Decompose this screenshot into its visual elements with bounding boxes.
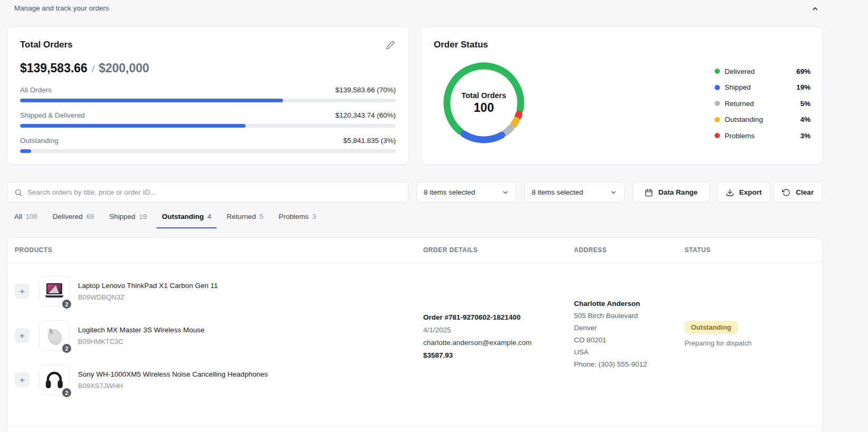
- search-icon: [14, 188, 23, 197]
- bar-label: Shipped & Delivered: [20, 111, 85, 119]
- legend-row-outstanding: Outstanding 4%: [715, 114, 811, 125]
- progress-outstanding: Outstanding $5,841.835 (3%): [20, 137, 396, 153]
- bar-label: Outstanding: [20, 137, 58, 145]
- order-date: 4/1/2025: [423, 326, 574, 334]
- rotate-ccw-icon: [782, 188, 791, 197]
- legend-percent: 69%: [796, 68, 811, 75]
- expand-product-button[interactable]: +: [15, 328, 30, 343]
- order-search: [7, 182, 408, 203]
- tab-label: Problems: [279, 213, 309, 220]
- tab-shipped[interactable]: Shipped 19: [104, 213, 152, 228]
- address-name: Charlotte Anderson: [574, 297, 685, 310]
- total-orders-card: Total Orders $139,583.66 / $200,000 All …: [7, 26, 409, 165]
- tab-all[interactable]: All 100: [9, 213, 43, 228]
- tab-label: Outstanding: [162, 213, 204, 220]
- expand-product-button[interactable]: +: [15, 372, 30, 387]
- pencil-icon: [386, 41, 395, 50]
- status-note: Preparing for dispatch: [685, 339, 822, 347]
- order-status-donut: [438, 57, 529, 148]
- table-header-row: PRODUCTS ORDER DETAILS ADDRESS STATUS: [7, 238, 822, 263]
- product-title: Logitech MX Master 3S Wireless Mouse: [78, 326, 204, 334]
- progress-bars: All Orders $139,583.66 (70%) Shipped & D…: [20, 86, 396, 153]
- address-state-zip: CO 80201: [574, 334, 685, 346]
- chevron-down-icon: [502, 189, 509, 196]
- collapse-panel-button[interactable]: [808, 2, 821, 15]
- clear-label: Clear: [796, 188, 814, 196]
- search-input[interactable]: [27, 188, 401, 196]
- tab-count: 19: [139, 213, 147, 220]
- product-item-laptop: + 2: [15, 269, 423, 313]
- product-item-mouse: + 2 Logitech MX Master 3S Wireless Mouse…: [15, 313, 423, 358]
- chevron-up-icon: [811, 5, 819, 13]
- legend-label: Shipped: [725, 83, 796, 91]
- legend-row-returned: Returned 5%: [715, 98, 811, 109]
- order-id: Order #781-9270602-1821400: [423, 313, 574, 321]
- product-image-headphones: 2: [39, 364, 70, 395]
- progress-fill: [20, 149, 31, 153]
- donut-segment-delivered: [447, 66, 521, 131]
- export-button[interactable]: Export: [717, 182, 771, 203]
- address-line1: 505 Birch Boulevard: [574, 310, 685, 322]
- tab-returned[interactable]: Returned 5: [221, 213, 269, 228]
- status-tabs: All 100 Delivered 69 Shipped 19 Outstand…: [9, 213, 321, 228]
- total-amount-current: $139,583.66: [20, 61, 87, 75]
- donut-segment-returned: [505, 128, 511, 133]
- bar-value: $120,343.74 (60%): [335, 111, 396, 119]
- tab-label: Delivered: [53, 213, 83, 220]
- orders-table: PRODUCTS ORDER DETAILS ADDRESS STATUS +: [7, 237, 823, 432]
- donut-segment-problems: [518, 114, 519, 117]
- filter-select-2-value: 8 items selected: [532, 188, 583, 196]
- tab-delivered[interactable]: Delivered 69: [47, 213, 100, 228]
- progress-track: [20, 124, 396, 128]
- product-image-laptop: 2: [39, 276, 70, 306]
- donut-segment-shipped: [464, 134, 502, 140]
- order-details-cell: Order #781-9270602-1821400 4/1/2025 char…: [423, 263, 574, 426]
- expand-product-button[interactable]: +: [15, 284, 30, 299]
- product-item-headphones: + 2 Sony WH-1000XM5 Wireless Noise Cance…: [15, 358, 423, 402]
- address-country: USA: [574, 346, 685, 358]
- status-cell: Outstanding Preparing for dispatch: [685, 263, 822, 426]
- orders-page: Manage and track your orders Total Order…: [0, 0, 868, 432]
- edit-target-button[interactable]: [385, 40, 396, 51]
- legend-dot-returned: [715, 101, 720, 106]
- clear-button[interactable]: Clear: [773, 182, 823, 203]
- tab-label: All: [14, 213, 22, 220]
- table-row: + 2: [7, 263, 822, 427]
- progress-track: [20, 149, 396, 153]
- legend-dot-delivered: [715, 69, 720, 74]
- tab-count: 69: [86, 213, 94, 220]
- order-email: charlotte.anderson@example.com: [423, 339, 574, 347]
- progress-shipped-delivered: Shipped & Delivered $120,343.74 (60%): [20, 111, 396, 128]
- legend-percent: 4%: [800, 116, 811, 123]
- product-title: Sony WH-1000XM5 Wireless Noise Cancellin…: [78, 370, 268, 378]
- tab-outstanding[interactable]: Outstanding 4: [157, 213, 217, 228]
- tab-count: 5: [260, 213, 264, 220]
- order-status-donut-chart: Total Orders 100: [438, 57, 529, 148]
- amount-separator: /: [92, 63, 94, 75]
- legend-row-delivered: Delivered 69%: [715, 66, 811, 76]
- column-header-status: STATUS: [685, 246, 822, 254]
- donut-segment-outstanding: [513, 120, 516, 124]
- date-range-button[interactable]: Data Range: [632, 182, 710, 203]
- tab-problems[interactable]: Problems 3: [274, 213, 321, 228]
- tab-count: 3: [313, 213, 316, 220]
- progress-fill: [20, 124, 246, 128]
- column-header-order-details: ORDER DETAILS: [423, 246, 574, 254]
- legend-row-shipped: Shipped 19%: [715, 82, 811, 93]
- legend-label: Returned: [725, 100, 800, 108]
- address-city: Denver: [574, 322, 685, 334]
- order-status-legend: Delivered 69% Shipped 19% Returned 5% Ou…: [715, 66, 811, 141]
- filter-select-1-value: 8 items selected: [424, 188, 475, 196]
- order-total: $3587.93: [423, 351, 574, 359]
- bar-value: $5,841.835 (3%): [343, 137, 396, 145]
- progress-fill: [20, 99, 283, 102]
- product-sku: B09WDBQN3Z: [78, 293, 218, 301]
- product-sku: B09XS7JWHH: [78, 382, 268, 390]
- tab-count: 4: [208, 213, 211, 220]
- date-range-label: Data Range: [658, 188, 697, 196]
- filter-select-2[interactable]: 8 items selected: [524, 182, 625, 203]
- filter-select-1[interactable]: 8 items selected: [416, 182, 516, 203]
- legend-label: Outstanding: [725, 116, 800, 123]
- status-badge: Outstanding: [685, 321, 738, 334]
- chevron-down-icon: [610, 189, 617, 196]
